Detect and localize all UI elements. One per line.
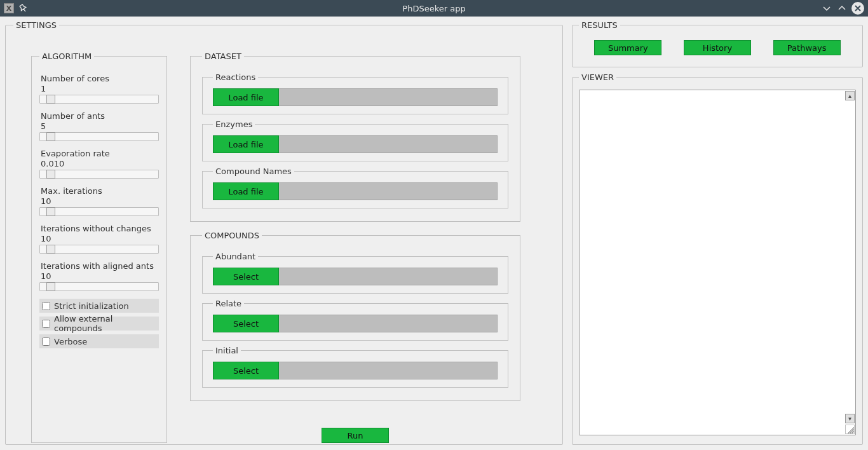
algo-cores: Number of cores 1 — [39, 74, 159, 104]
viewer-group: VIEWER ▴ ▾ — [572, 72, 863, 445]
check-strict[interactable]: Strict initialization — [39, 299, 159, 313]
summary-button[interactable]: Summary — [594, 40, 661, 55]
resize-grip-icon[interactable] — [845, 425, 855, 434]
window-title: PhDSeeker app — [0, 4, 868, 13]
algo-maxiter-value: 10 — [39, 196, 159, 206]
algo-aligned: Iterations with aligned ants 10 — [39, 261, 159, 291]
check-strict-box[interactable] — [42, 302, 50, 310]
algo-nochange: Iterations without changes 10 — [39, 224, 159, 254]
algorithm-legend: ALGORITHM — [39, 51, 94, 61]
settings-legend: SETTINGS — [13, 20, 59, 30]
algo-ants: Number of ants 5 — [39, 111, 159, 141]
algo-ants-label: Number of ants — [39, 111, 159, 121]
compounds-abundant: Abundant Select — [202, 252, 508, 294]
compounds-abundant-legend: Abundant — [213, 252, 258, 261]
compounds-initial: Initial Select — [202, 346, 508, 388]
compounds-relate: Relate Select — [202, 299, 508, 341]
compounds-initial-legend: Initial — [213, 346, 241, 355]
pathways-button[interactable]: Pathways — [773, 40, 841, 55]
dataset-enzymes-legend: Enzymes — [213, 119, 255, 129]
abundant-field[interactable] — [279, 268, 498, 285]
dataset-reactions: Reactions Load file — [202, 72, 508, 114]
algo-nochange-value: 10 — [39, 234, 159, 243]
reactions-file-field[interactable] — [279, 88, 498, 106]
compound-names-file-field[interactable] — [279, 182, 498, 200]
select-initial-button[interactable]: Select — [213, 362, 279, 379]
compounds-relate-legend: Relate — [213, 299, 244, 308]
close-button[interactable] — [851, 2, 864, 15]
minimize-button[interactable] — [821, 3, 832, 14]
algo-evap-value: 0.010 — [39, 159, 159, 168]
algo-nochange-label: Iterations without changes — [39, 224, 159, 233]
dataset-legend: DATASET — [202, 51, 244, 61]
app-icon: X — [4, 3, 14, 13]
algo-ants-value: 5 — [39, 121, 159, 131]
algo-evap-slider[interactable] — [39, 170, 159, 179]
algo-evap-label: Evaporation rate — [39, 149, 159, 158]
check-external-box[interactable] — [42, 320, 50, 328]
algo-maxiter-label: Max. iterations — [39, 186, 159, 196]
history-button[interactable]: History — [684, 40, 751, 55]
algo-aligned-slider[interactable] — [39, 282, 159, 291]
dataset-reactions-legend: Reactions — [213, 72, 258, 82]
results-legend: RESULTS — [579, 20, 620, 30]
compounds-group: COMPOUNDS Abundant Select Relate Selec — [190, 231, 520, 401]
check-verbose[interactable]: Verbose — [39, 334, 159, 348]
check-verbose-label: Verbose — [54, 337, 87, 346]
compounds-legend: COMPOUNDS — [202, 231, 262, 240]
algo-cores-label: Number of cores — [39, 74, 159, 83]
check-strict-label: Strict initialization — [54, 301, 129, 311]
enzymes-file-field[interactable] — [279, 135, 498, 153]
algo-evap: Evaporation rate 0.010 — [39, 149, 159, 179]
dataset-group: DATASET Reactions Load file Enzymes Lo — [190, 51, 520, 222]
algo-maxiter-slider[interactable] — [39, 207, 159, 216]
initial-field[interactable] — [279, 362, 498, 379]
select-abundant-button[interactable]: Select — [213, 268, 279, 285]
algo-ants-slider[interactable] — [39, 132, 159, 141]
titlebar: X PhDSeeker app — [0, 0, 868, 17]
algo-cores-value: 1 — [39, 84, 159, 93]
algo-cores-slider[interactable] — [39, 95, 159, 104]
algo-maxiter: Max. iterations 10 — [39, 186, 159, 216]
maximize-button[interactable] — [836, 3, 848, 14]
check-verbose-box[interactable] — [42, 338, 50, 346]
viewer-legend: VIEWER — [579, 72, 616, 82]
algo-aligned-label: Iterations with aligned ants — [39, 261, 159, 271]
dataset-compound-names: Compound Names Load file — [202, 167, 508, 208]
load-enzymes-button[interactable]: Load file — [213, 135, 279, 153]
settings-group: SETTINGS ALGORITHM Number of cores 1 Num… — [5, 20, 563, 445]
viewer-textarea[interactable]: ▴ ▾ — [579, 90, 856, 435]
run-button[interactable]: Run — [322, 428, 389, 443]
algo-aligned-value: 10 — [39, 271, 159, 281]
pin-icon[interactable] — [19, 4, 28, 13]
select-relate-button[interactable]: Select — [213, 315, 279, 332]
check-external[interactable]: Allow external compounds — [39, 317, 159, 331]
load-reactions-button[interactable]: Load file — [213, 88, 279, 106]
relate-field[interactable] — [279, 315, 498, 332]
scroll-down-icon[interactable]: ▾ — [845, 414, 855, 423]
dataset-enzymes: Enzymes Load file — [202, 119, 508, 161]
scroll-up-icon[interactable]: ▴ — [845, 91, 855, 100]
dataset-compound-names-legend: Compound Names — [213, 167, 294, 176]
algorithm-group: ALGORITHM Number of cores 1 Number of an… — [31, 51, 167, 443]
results-group: RESULTS Summary History Pathways — [572, 20, 863, 67]
check-external-label: Allow external compounds — [54, 314, 156, 333]
load-compound-names-button[interactable]: Load file — [213, 182, 279, 200]
algo-nochange-slider[interactable] — [39, 245, 159, 254]
